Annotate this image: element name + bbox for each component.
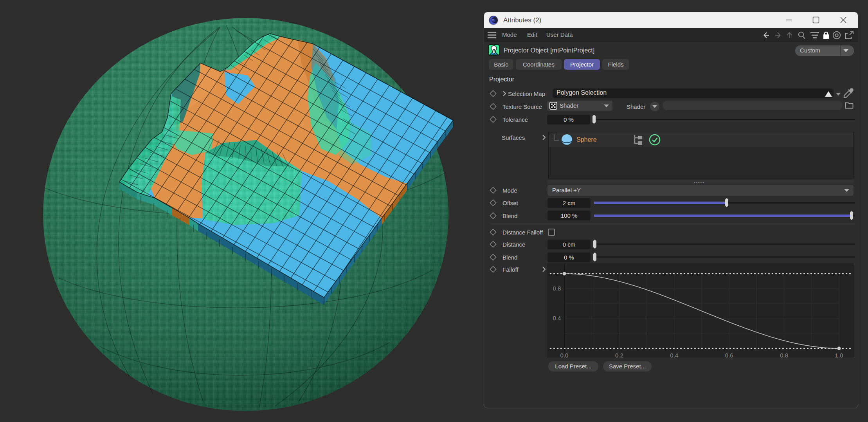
svg-text:0.4: 0.4	[670, 352, 678, 357]
svg-text:0.2: 0.2	[615, 352, 623, 357]
svg-text:0.6: 0.6	[725, 352, 733, 357]
svg-text:0.8: 0.8	[780, 352, 788, 357]
svg-text:1.0: 1.0	[835, 352, 843, 357]
svg-text:0.0: 0.0	[560, 352, 569, 357]
svg-text:0.4: 0.4	[553, 315, 561, 321]
svg-text:0.8: 0.8	[553, 285, 561, 292]
